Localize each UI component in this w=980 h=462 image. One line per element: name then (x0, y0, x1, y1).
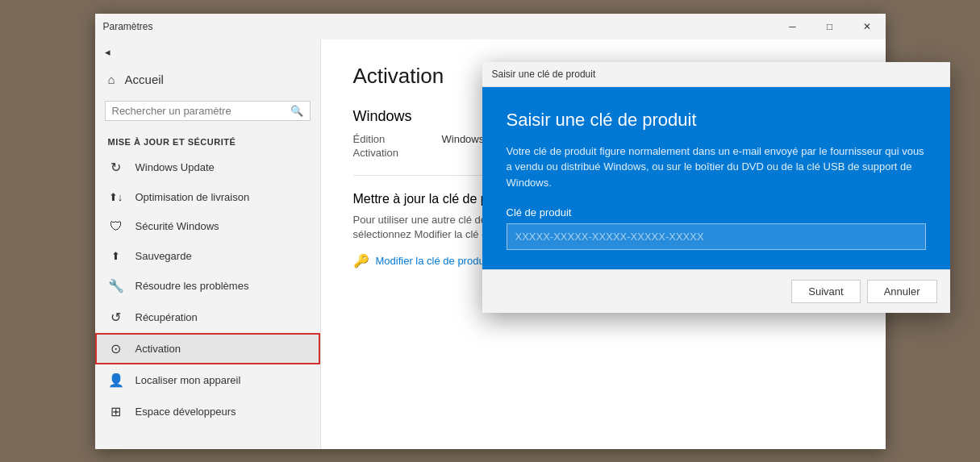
sidebar-item-resolution[interactable]: 🔧 Résoudre les problèmes (95, 270, 320, 302)
dialog-field-label: Clé de produit (507, 206, 926, 219)
dialog-description: Votre clé de produit figure normalement … (507, 144, 926, 191)
windows-update-icon: ↻ (108, 160, 124, 175)
security-icon: 🛡 (108, 219, 124, 234)
sidebar-item-localiser[interactable]: 👤 Localiser mon appareil (95, 364, 320, 396)
cancel-button[interactable]: Annuler (867, 280, 937, 303)
sidebar-item-label: Espace développeurs (136, 406, 236, 418)
home-label: Accueil (125, 73, 164, 86)
sidebar-item-label: Récupération (136, 311, 198, 323)
minimize-button[interactable]: ─ (774, 14, 811, 40)
dialog-title: Saisir une clé de produit (507, 110, 926, 131)
home-item[interactable]: ⌂ Accueil (95, 65, 320, 94)
sidebar-item-recuperation[interactable]: ↺ Récupération (95, 302, 320, 333)
sidebar-item-developpeurs[interactable]: ⊞ Espace développeurs (95, 396, 320, 427)
sidebar-item-label: Sauvegarde (136, 250, 192, 262)
settings-window: Paramètres ─ □ ✕ ◂ ⌂ Accueil 🔍 Mise à jo… (95, 14, 886, 449)
sidebar-item-label: Résoudre les problèmes (136, 280, 249, 292)
activation-label: Activation (353, 147, 426, 159)
sidebar-item-securite[interactable]: 🛡 Sécurité Windows (95, 211, 320, 242)
search-input[interactable] (112, 105, 286, 117)
titlebar: Paramètres ─ □ ✕ (95, 14, 886, 40)
dialog-body: Saisir une clé de produit Votre clé de p… (482, 87, 950, 270)
back-icon: ◂ (105, 46, 111, 58)
next-button[interactable]: Suivant (791, 280, 860, 303)
section-title: Mise à jour et sécurité (95, 127, 320, 152)
sidebar-item-label: Sécurité Windows (136, 220, 219, 232)
search-box[interactable]: 🔍 (105, 101, 311, 121)
maximize-button[interactable]: □ (811, 14, 849, 40)
recovery-icon: ↺ (108, 310, 124, 325)
window-controls: ─ □ ✕ (774, 14, 886, 40)
sidebar-item-optimisation[interactable]: ⬆↓ Optimisation de livraison (95, 183, 320, 211)
home-icon: ⌂ (108, 73, 115, 86)
back-button[interactable]: ◂ (95, 40, 320, 65)
sidebar-item-label: Localiser mon appareil (136, 374, 241, 386)
locate-icon: 👤 (108, 373, 124, 388)
product-key-dialog: Saisir une clé de produit Saisir une clé… (482, 62, 950, 314)
sidebar-item-sauvegarde[interactable]: ⬆ Sauvegarde (95, 242, 320, 270)
troubleshoot-icon: 🔧 (108, 278, 124, 293)
sidebar: ◂ ⌂ Accueil 🔍 Mise à jour et sécurité ↻ … (95, 40, 321, 449)
sidebar-item-windows-update[interactable]: ↻ Windows Update (95, 152, 320, 183)
dialog-footer: Suivant Annuler (482, 269, 950, 313)
close-button[interactable]: ✕ (849, 14, 886, 40)
key-icon: 🔑 (353, 253, 369, 268)
sidebar-item-label: Windows Update (136, 161, 215, 173)
activation-icon: ⊙ (108, 341, 124, 356)
sidebar-item-label: Activation (136, 343, 181, 355)
delivery-icon: ⬆↓ (108, 191, 124, 203)
window-title: Paramètres (103, 21, 153, 32)
product-key-input[interactable] (507, 223, 926, 250)
search-icon: 🔍 (290, 105, 303, 117)
dialog-titlebar: Saisir une clé de produit (482, 62, 950, 87)
backup-icon: ⬆ (108, 250, 124, 262)
sidebar-item-activation[interactable]: ⊙ Activation (95, 333, 320, 364)
modify-key-label: Modifier la clé de produit (376, 255, 490, 267)
developer-icon: ⊞ (108, 404, 124, 419)
sidebar-item-label: Optimisation de livraison (136, 191, 250, 203)
edition-label: Édition (353, 133, 426, 145)
